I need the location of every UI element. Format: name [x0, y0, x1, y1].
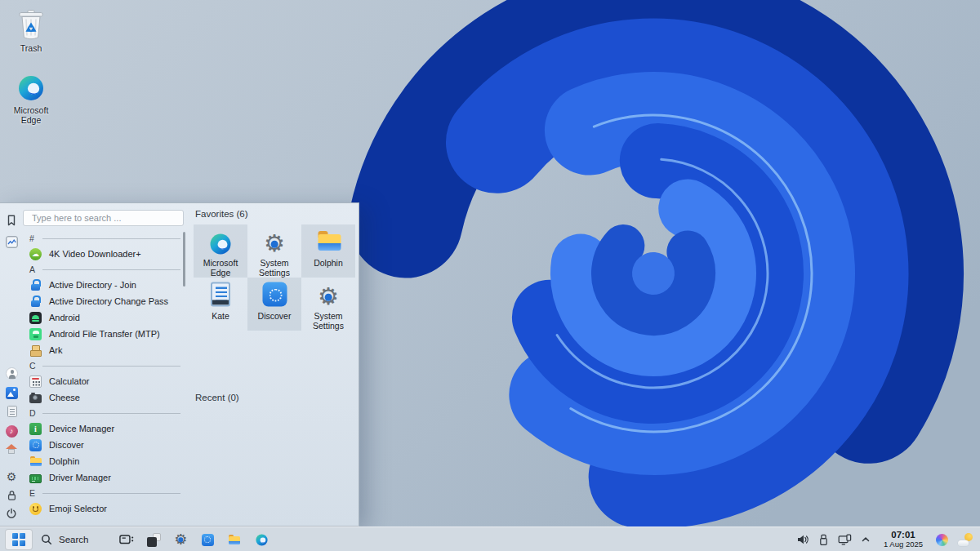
app-list-item[interactable]: Driver Manager — [23, 469, 184, 486]
app-section-header: D — [23, 406, 184, 420]
favorite-tile[interactable]: Discover — [247, 278, 301, 331]
favorites-grid: Microsoft Edge⚙System SettingsDolphinKat… — [194, 224, 355, 331]
app-item-label: Active Directory - Join — [49, 280, 136, 290]
documents-icon[interactable] — [0, 404, 23, 419]
app-list-scrollbar[interactable] — [183, 232, 185, 287]
app-section-header: E — [23, 486, 184, 500]
gear-icon: ⚙ — [264, 230, 285, 258]
app-list-item[interactable]: Active Directory Change Pass — [23, 293, 184, 309]
favorite-tile-label: Microsoft Edge — [195, 258, 246, 278]
lock-icon[interactable] — [0, 488, 23, 503]
taskbar-clock[interactable]: 07:01 1 Aug 2025 — [880, 530, 927, 549]
folder-icon — [323, 230, 335, 258]
gear-icon: ⚙ — [318, 283, 339, 311]
app-section-header: # — [23, 231, 184, 246]
desktop-icon-trash[interactable]: Trash — [5, 7, 57, 53]
dolphin-icon[interactable] — [224, 529, 245, 550]
app-list-item[interactable]: 4K Video Downloader+ — [23, 246, 184, 262]
app-list-item[interactable]: Calculator — [23, 373, 184, 389]
app-list-item[interactable]: Emoji Selector — [23, 500, 184, 517]
app-list-item[interactable]: Ark — [23, 342, 184, 358]
power-icon[interactable] — [0, 506, 23, 521]
microsoft-edge-icon[interactable] — [251, 529, 272, 550]
taskbar-pinned-apps: ⚙ — [116, 529, 272, 550]
app-list-item[interactable]: Active Directory - Join — [23, 277, 184, 293]
search-icon — [41, 534, 52, 545]
section-divider — [42, 366, 180, 367]
task-view-icon[interactable] — [116, 529, 137, 550]
section-divider — [42, 413, 180, 414]
pictures-icon[interactable] — [0, 385, 23, 400]
kate-icon — [216, 283, 225, 311]
app-item-label: Driver Manager — [49, 473, 111, 482]
app-list-item[interactable]: Discover — [23, 437, 184, 453]
app-item-label: Ark — [49, 345, 63, 355]
favorites-bookmark-icon[interactable] — [0, 213, 23, 228]
desktop-icon-label: Trash — [5, 43, 57, 53]
home-folder-icon[interactable] — [0, 442, 23, 456]
start-menu-sidebar: ⚙ — [0, 203, 23, 526]
favorite-tile[interactable]: Microsoft Edge — [194, 224, 247, 278]
favorite-tile[interactable]: Dolphin — [301, 224, 355, 278]
microsoft-edge-icon — [5, 69, 57, 103]
app-item-label: Android File Transfer (MTP) — [49, 329, 160, 339]
system-tray: 07:01 1 Aug 2025 — [796, 527, 980, 551]
start-button[interactable] — [5, 529, 33, 550]
favorites-pane: Favorites (6) Microsoft Edge⚙System Sett… — [188, 203, 359, 526]
clock-date: 1 Aug 2025 — [880, 540, 927, 549]
app-item-label: Dolphin — [49, 456, 79, 466]
music-icon[interactable] — [0, 424, 23, 438]
recent-header: Recent (0) — [195, 393, 239, 402]
discover-icon — [269, 283, 281, 311]
section-divider — [42, 493, 180, 494]
start-menu: ⚙ #4K Video Downloader+AActive Directory… — [0, 202, 359, 527]
favorite-tile[interactable]: ⚙System Settings — [301, 278, 355, 331]
section-letter: D — [29, 408, 38, 418]
desktop-icon-label: Microsoft Edge — [5, 105, 57, 125]
taskbar-search[interactable]: Search — [41, 534, 88, 545]
user-avatar-icon[interactable] — [0, 366, 23, 380]
app-list-item[interactable]: Android — [23, 309, 184, 326]
volume-icon[interactable] — [796, 533, 809, 546]
app-list-item[interactable]: Dolphin — [23, 453, 184, 469]
app-list-item[interactable]: Cheese — [23, 389, 184, 406]
system-settings-icon[interactable]: ⚙ — [170, 529, 191, 550]
favorite-tile-label: System Settings — [249, 258, 300, 278]
windows-logo-icon — [12, 533, 25, 546]
app-list-item[interactable]: Device Manager — [23, 420, 184, 437]
copilot-icon[interactable] — [936, 534, 948, 546]
favorite-tile-label: System Settings — [303, 311, 354, 331]
section-letter: E — [29, 488, 38, 498]
app-item-label: Device Manager — [49, 424, 114, 433]
window-switcher-icon[interactable] — [143, 529, 164, 550]
app-sections: #4K Video Downloader+AActive Directory -… — [23, 231, 184, 517]
section-letter: C — [29, 361, 38, 371]
display-devices-icon[interactable] — [838, 534, 852, 546]
favorite-tile[interactable]: Kate — [194, 278, 247, 331]
app-item-label: Emoji Selector — [49, 504, 107, 513]
app-item-label: Android — [49, 313, 80, 322]
settings-icon[interactable]: ⚙ — [0, 469, 23, 484]
search-input[interactable] — [23, 210, 184, 226]
app-item-label: Calculator — [49, 376, 90, 386]
discover-icon[interactable] — [197, 529, 218, 550]
removable-media-icon[interactable] — [818, 534, 829, 546]
favorites-header: Favorites (6) — [195, 209, 248, 219]
edge-icon — [208, 230, 233, 258]
favorite-tile[interactable]: ⚙System Settings — [247, 224, 301, 278]
taskbar-left: Search ⚙ — [0, 527, 272, 551]
section-letter: A — [29, 264, 38, 274]
app-section-header: C — [23, 358, 184, 373]
app-item-label: Cheese — [49, 393, 80, 402]
desktop-icon-microsoft-edge[interactable]: Microsoft Edge — [5, 69, 57, 125]
section-divider — [42, 238, 180, 239]
tray-expand-icon[interactable] — [861, 535, 871, 544]
trash-icon — [5, 7, 57, 41]
app-item-label: Active Directory Change Pass — [49, 296, 168, 306]
app-section-header: A — [23, 262, 184, 277]
section-letter: # — [29, 233, 38, 243]
weather-icon[interactable] — [958, 533, 973, 547]
app-item-label: 4K Video Downloader+ — [49, 249, 141, 259]
app-list-item[interactable]: Android File Transfer (MTP) — [23, 326, 184, 342]
usage-graph-icon[interactable] — [0, 234, 23, 249]
